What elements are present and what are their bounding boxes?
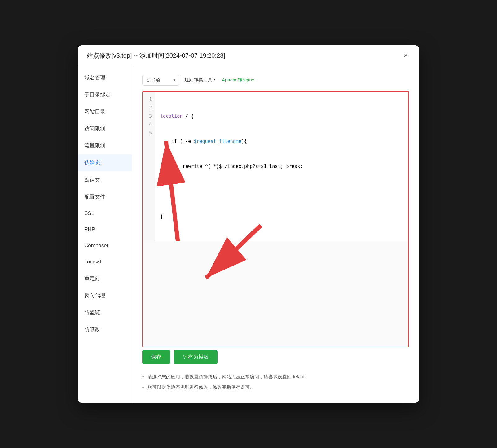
save-button[interactable]: 保存 [142,350,170,364]
sidebar-item-3[interactable]: 访问限制 [78,120,132,137]
sidebar-item-2[interactable]: 网站目录 [78,103,132,120]
modal-container: 站点修改[v3.top] -- 添加时间[2024-07-07 19:20:23… [78,45,419,403]
bullet-2: • [142,384,144,391]
sidebar-item-8[interactable]: SSL [78,205,132,222]
annotation-container: 1 2 3 4 5 location / { if (!-e $request_… [142,91,409,347]
tip-item-2: • 您可以对伪静态规则进行修改，修改完后保存即可。 [142,384,409,391]
apache-to-nginx-link[interactable]: Apache转Nginx [222,77,254,83]
code-line-2: if (!-e $request_filename){ [160,137,403,146]
line-numbers: 1 2 3 4 5 [143,92,155,241]
sidebar-item-12[interactable]: 重定向 [78,270,132,287]
version-select-wrapper[interactable]: 0.当前 ▼ [142,75,179,86]
sidebar-item-6[interactable]: 默认文 [78,171,132,188]
tip-item-1: • 请选择您的应用，若设置伪静态后，网站无法正常访问，请尝试设置回default [142,373,409,380]
sidebar-item-4[interactable]: 流量限制 [78,137,132,154]
save-as-template-button[interactable]: 另存为模板 [174,350,218,364]
code-line-1: location / { [160,112,403,121]
sidebar-item-11[interactable]: Tomcat [78,254,132,270]
sidebar-item-9[interactable]: PHP [78,222,132,238]
toolbar-label: 规则转换工具： [184,77,217,83]
sidebar-item-7[interactable]: 配置文件 [78,188,132,205]
sidebar-item-14[interactable]: 防盗链 [78,304,132,321]
tip-text-1: 请选择您的应用，若设置伪静态后，网站无法正常访问，请尝试设置回default [147,373,306,380]
code-editor[interactable]: 1 2 3 4 5 location / { if (!-e $request_… [142,91,409,347]
close-button[interactable]: × [401,51,410,60]
sidebar-item-15[interactable]: 防篡改 [78,321,132,338]
modal-title: 站点修改[v3.top] -- 添加时间[2024-07-07 19:20:23… [87,51,225,60]
main-content: 0.当前 ▼ 规则转换工具： Apache转Nginx 1 2 3 4 [132,66,419,403]
toolbar: 0.当前 ▼ 规则转换工具： Apache转Nginx [142,75,409,86]
tips-section: • 请选择您的应用，若设置伪静态后，网站无法正常访问，请尝试设置回default… [142,373,409,391]
code-line-5: } [160,213,403,221]
code-line-3: rewrite ^(.*)$ /index.php?s=$1 last; bre… [160,162,403,171]
tip-text-2: 您可以对伪静态规则进行修改，修改完后保存即可。 [147,384,254,391]
bullet-1: • [142,373,144,380]
sidebar-item-10[interactable]: Composer [78,238,132,254]
modal-header: 站点修改[v3.top] -- 添加时间[2024-07-07 19:20:23… [78,45,419,66]
code-content[interactable]: location / { if (!-e $request_filename){… [155,92,408,241]
sidebar-item-1[interactable]: 子目录绑定 [78,86,132,103]
code-placeholder [143,241,408,347]
code-area: 1 2 3 4 5 location / { if (!-e $request_… [143,92,408,241]
sidebar-item-5[interactable]: 伪静态 [78,154,132,171]
sidebar-item-13[interactable]: 反向代理 [78,287,132,304]
modal-body: 域名管理子目录绑定网站目录访问限制流量限制伪静态默认文配置文件SSLPHPCom… [78,66,419,403]
code-line-4: } [160,187,403,196]
buttons-row: 保存 另存为模板 [142,350,409,364]
sidebar: 域名管理子目录绑定网站目录访问限制流量限制伪静态默认文配置文件SSLPHPCom… [78,66,132,403]
sidebar-item-0[interactable]: 域名管理 [78,69,132,86]
version-select[interactable]: 0.当前 [142,75,179,86]
